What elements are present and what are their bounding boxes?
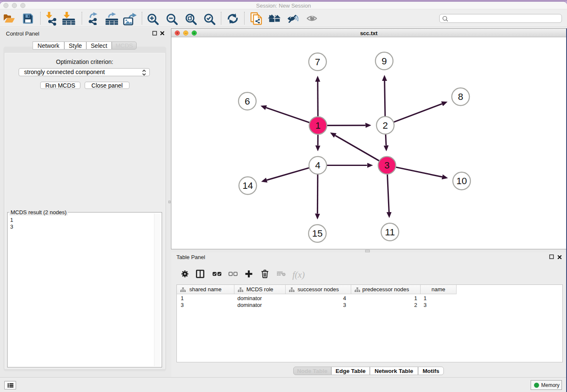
- svg-text:3: 3: [384, 160, 390, 171]
- svg-text:9: 9: [382, 56, 387, 66]
- svg-text:7: 7: [315, 57, 320, 67]
- svg-text:14: 14: [242, 180, 253, 191]
- svg-text:15: 15: [312, 228, 322, 239]
- svg-text:4: 4: [315, 160, 321, 171]
- svg-text:6: 6: [245, 96, 250, 107]
- svg-text:2: 2: [383, 120, 388, 131]
- svg-text:11: 11: [385, 227, 395, 237]
- svg-text:1: 1: [315, 120, 321, 131]
- svg-text:8: 8: [458, 91, 463, 102]
- svg-text:10: 10: [456, 176, 467, 186]
